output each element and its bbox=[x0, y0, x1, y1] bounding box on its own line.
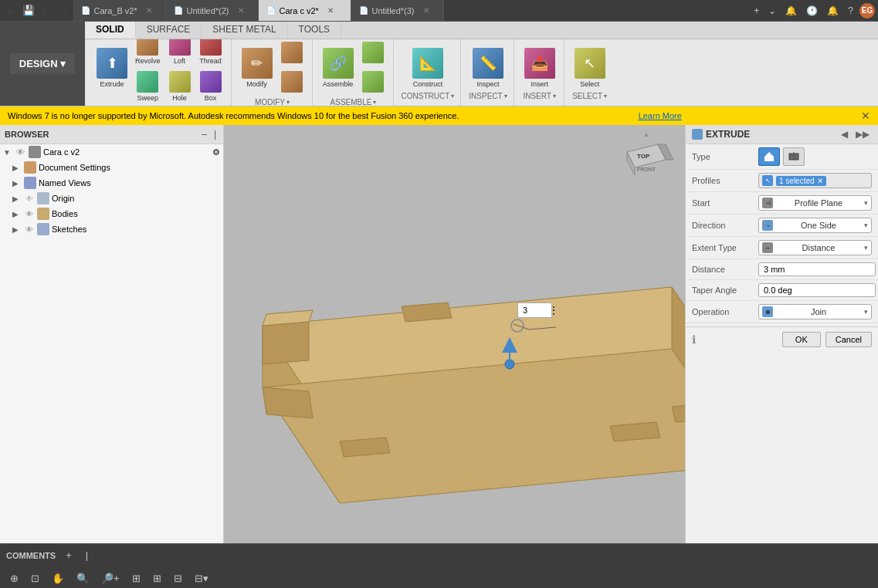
inspect-group-label[interactable]: INSPECT ▾ bbox=[469, 92, 507, 100]
viewport[interactable]: ⋮ TOP FRONT bbox=[224, 125, 685, 543]
extrude-btn[interactable]: ⬆ Extrude bbox=[94, 46, 130, 90]
info-icon[interactable]: ℹ bbox=[692, 333, 696, 346]
tab-tools[interactable]: TOOLS bbox=[288, 22, 341, 39]
tab-untitled-3[interactable]: 📄 Untitled*(3) ✕ bbox=[351, 0, 444, 21]
select-btn[interactable]: ↖ Select bbox=[572, 46, 608, 90]
browser-item-sketches[interactable]: ▶ 👁 Sketches bbox=[9, 221, 223, 237]
clock-btn[interactable]: 🕐 bbox=[803, 4, 821, 18]
browser-eye-origin[interactable]: 👁 bbox=[25, 194, 33, 203]
modify-3-btn[interactable] bbox=[278, 69, 306, 96]
modify-main-btn[interactable]: ✏ Modify bbox=[239, 46, 275, 90]
pan-btn[interactable]: ✋ bbox=[48, 571, 68, 586]
user-avatar[interactable]: EG bbox=[859, 3, 875, 19]
type-btn-2[interactable] bbox=[783, 147, 805, 166]
distance-input[interactable] bbox=[758, 262, 876, 276]
direction-dropdown[interactable]: → One Side ▾ bbox=[758, 218, 872, 233]
tab-sheet-metal[interactable]: SHEET METAL bbox=[202, 22, 287, 39]
undo-btn[interactable]: ↩ bbox=[39, 3, 54, 18]
browser-arrow-doc-settings[interactable]: ▶ bbox=[12, 164, 22, 172]
browser-arrow-sketches[interactable]: ▶ bbox=[12, 225, 22, 234]
browser-arrow-named-views[interactable]: ▶ bbox=[12, 179, 22, 188]
tab-surface[interactable]: SURFACE bbox=[136, 22, 202, 39]
design-btn[interactable]: DESIGN ▾ bbox=[10, 53, 75, 74]
view-cube[interactable]: TOP FRONT bbox=[615, 133, 677, 187]
tab-solid[interactable]: SOLID bbox=[85, 22, 136, 39]
browser-item-origin[interactable]: ▶ 👁 Origin bbox=[9, 191, 223, 206]
app-menu-btn[interactable]: ≡ bbox=[3, 1, 18, 20]
save-btn[interactable]: 💾 bbox=[19, 3, 38, 18]
browser-eye-bodies[interactable]: 👁 bbox=[25, 210, 33, 218]
tab-untitled-2[interactable]: 📄 Untitled*(2) ✕ bbox=[166, 0, 259, 21]
comments-expand-btn[interactable]: | bbox=[82, 548, 92, 563]
browser-settings-btn[interactable]: ⚙ bbox=[212, 147, 220, 157]
ok-btn[interactable]: OK bbox=[782, 332, 821, 347]
browser-hide-btn[interactable]: – bbox=[199, 128, 209, 140]
type-btn-1[interactable] bbox=[758, 147, 780, 166]
browser-arrow-bodies[interactable]: ▶ bbox=[12, 210, 22, 218]
tab-close-untitled-2[interactable]: ✕ bbox=[238, 6, 244, 15]
insert-btn[interactable]: 📥 Insert bbox=[522, 46, 558, 90]
construct-btn[interactable]: 📐 Construct bbox=[410, 46, 446, 90]
modify-label[interactable]: MODIFY ▾ bbox=[255, 98, 290, 106]
select-group-label[interactable]: SELECT ▾ bbox=[572, 92, 607, 100]
tab-cara-b[interactable]: 📄 Cara_B v2* ✕ bbox=[73, 0, 166, 21]
construct-group-label[interactable]: CONSTRUCT ▾ bbox=[402, 92, 455, 100]
start-dropdown[interactable]: ⊣ Profile Plane ▾ bbox=[758, 195, 872, 211]
browser-eye-root[interactable]: 👁 bbox=[16, 147, 25, 157]
modify-2-btn[interactable] bbox=[278, 39, 306, 67]
revolve-btn[interactable]: Revolve bbox=[133, 39, 163, 67]
notifications-btn[interactable]: 🔔 bbox=[782, 4, 800, 18]
browser-item-bodies[interactable]: ▶ 👁 Bodies bbox=[9, 206, 223, 221]
insert-group-label[interactable]: INSERT ▾ bbox=[523, 92, 556, 100]
hole-btn[interactable]: Hole bbox=[166, 69, 194, 104]
taper-input[interactable] bbox=[758, 283, 876, 297]
thread-btn[interactable]: Thread bbox=[197, 39, 225, 67]
tab-close-cara-c[interactable]: ✕ bbox=[327, 6, 334, 15]
create-label[interactable]: CREATE ▾ bbox=[141, 106, 177, 106]
assemble-2-btn[interactable] bbox=[359, 39, 387, 67]
loft-btn[interactable]: Loft bbox=[166, 39, 194, 67]
tab-close-untitled-3[interactable]: ✕ bbox=[423, 6, 429, 15]
banner-close-btn[interactable]: ✕ bbox=[861, 110, 870, 122]
display-btn[interactable]: ⊞ bbox=[128, 571, 144, 586]
operation-dropdown[interactable]: ⊕ Join ▾ bbox=[758, 304, 872, 319]
tab-cara-c-v2[interactable]: 📄 Cara c v2* ✕ bbox=[259, 0, 351, 21]
inspect-btn[interactable]: 📏 Inspect bbox=[470, 46, 506, 90]
redo-btn[interactable]: ↪ bbox=[56, 3, 70, 18]
tab-close-cara-b[interactable]: ✕ bbox=[146, 6, 152, 15]
banner-learn-more[interactable]: Learn More bbox=[639, 111, 682, 120]
snap-btn[interactable]: ⊟ bbox=[170, 571, 186, 586]
browser-arrow-root[interactable]: ▼ bbox=[3, 148, 12, 157]
browser-expand-btn[interactable]: | bbox=[212, 128, 219, 140]
sweep-btn[interactable]: Sweep bbox=[133, 69, 163, 104]
assemble-3-btn[interactable] bbox=[359, 69, 387, 96]
tab-overflow-btn[interactable]: ⌄ bbox=[765, 4, 779, 18]
bell-btn[interactable]: 🔔 bbox=[824, 4, 842, 18]
cancel-btn[interactable]: Cancel bbox=[825, 332, 872, 347]
dimension-menu-btn[interactable]: ⋮ bbox=[549, 305, 558, 316]
new-tab-btn[interactable]: + bbox=[751, 4, 762, 18]
orbit-btn[interactable]: ⊕ bbox=[6, 571, 22, 586]
browser-item-root[interactable]: ▼ 👁 Cara c v2 ⚙ bbox=[0, 144, 223, 160]
panel-collapse-btn[interactable]: ◀ bbox=[839, 128, 850, 140]
box-btn[interactable]: Box bbox=[197, 69, 225, 104]
add-comment-btn[interactable]: + bbox=[62, 548, 76, 563]
help-btn[interactable]: ? bbox=[845, 4, 856, 18]
browser-arrow-origin[interactable]: ▶ bbox=[12, 194, 22, 203]
assemble-btn[interactable]: 🔗 Assemble bbox=[320, 46, 356, 90]
browser-eye-sketches[interactable]: 👁 bbox=[25, 225, 33, 234]
grid-btn[interactable]: ⊞ bbox=[149, 571, 165, 586]
zoom-btn[interactable]: 🔍 bbox=[73, 571, 93, 586]
profiles-select-area[interactable]: ↖ 1 selected ✕ bbox=[758, 173, 872, 188]
profiles-tag-remove[interactable]: ✕ bbox=[817, 177, 823, 185]
browser-item-named-views[interactable]: ▶ Named Views bbox=[9, 175, 223, 191]
panel-more-btn[interactable]: ▶▶ bbox=[853, 128, 872, 140]
fit-btn[interactable]: ⊡ bbox=[27, 571, 43, 586]
browser-item-doc-settings[interactable]: ▶ Document Settings bbox=[9, 160, 223, 175]
extent-type-dropdown[interactable]: ↔ Distance ▾ bbox=[758, 240, 872, 255]
select-icons: ↖ Select bbox=[572, 46, 608, 90]
assemble-label[interactable]: ASSEMBLE ▾ bbox=[331, 98, 377, 106]
more-display-btn[interactable]: ⊟▾ bbox=[191, 571, 212, 586]
zoom-in-btn[interactable]: 🔎+ bbox=[97, 571, 124, 586]
dimension-input[interactable] bbox=[523, 306, 546, 315]
